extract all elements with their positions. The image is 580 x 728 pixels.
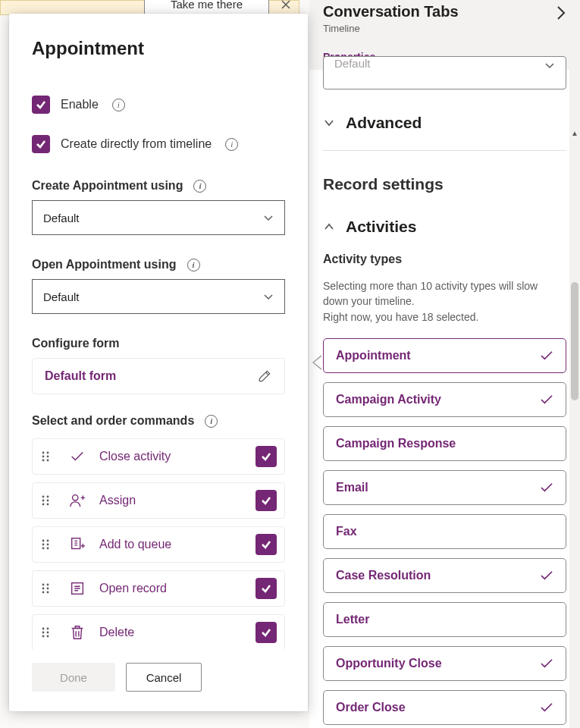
chevron-down-icon xyxy=(263,212,274,223)
svg-point-2 xyxy=(42,456,45,458)
command-checkbox[interactable] xyxy=(256,578,277,599)
scrollbar-thumb[interactable] xyxy=(571,282,578,400)
svg-point-3 xyxy=(47,456,49,458)
command-label: Delete xyxy=(99,626,242,639)
info-icon[interactable]: i xyxy=(225,138,238,151)
command-checkbox[interactable] xyxy=(256,534,277,555)
pencil-icon xyxy=(257,369,272,384)
command-label: Add to queue xyxy=(99,538,242,551)
command-label: Close activity xyxy=(99,450,242,463)
activity-types-note: Selecting more than 10 activity types wi… xyxy=(323,278,558,325)
svg-point-8 xyxy=(42,500,45,502)
create-using-value: Default xyxy=(43,212,80,224)
activity-type-item[interactable]: Case Resolution xyxy=(323,558,566,593)
activity-type-item[interactable]: Appointment xyxy=(323,338,566,373)
activity-type-label: Email xyxy=(336,481,368,494)
svg-point-7 xyxy=(47,496,49,498)
svg-point-5 xyxy=(47,460,49,462)
svg-point-22 xyxy=(42,588,45,590)
scrollbar[interactable]: ▲ xyxy=(569,64,580,728)
svg-point-32 xyxy=(47,635,49,638)
activity-type-label: Appointment xyxy=(336,349,411,362)
selection-pointer xyxy=(312,355,321,370)
chevron-down-icon xyxy=(323,117,335,129)
command-checkbox[interactable] xyxy=(256,446,277,467)
activity-type-list: AppointmentCampaign ActivityCampaign Res… xyxy=(323,338,566,728)
command-item: Open record xyxy=(32,570,285,607)
activity-type-label: Fax xyxy=(336,525,357,538)
create-directly-checkbox[interactable] xyxy=(32,135,50,153)
activities-section-toggle[interactable]: Activities xyxy=(323,218,566,236)
command-checkbox[interactable] xyxy=(256,622,277,643)
drag-handle[interactable] xyxy=(42,494,49,507)
activity-type-label: Case Resolution xyxy=(336,569,431,582)
activity-types-label: Activity types xyxy=(323,253,566,266)
command-item: Close activity xyxy=(32,438,285,475)
svg-point-24 xyxy=(42,592,45,594)
activity-type-label: Letter xyxy=(336,613,369,626)
configure-form-button[interactable]: Default form xyxy=(32,358,285,394)
svg-point-17 xyxy=(42,548,45,550)
command-checkbox[interactable] xyxy=(256,490,277,511)
drag-handle[interactable] xyxy=(42,450,49,463)
assign-icon xyxy=(69,492,86,509)
svg-point-31 xyxy=(42,635,45,638)
drag-handle[interactable] xyxy=(42,582,49,595)
drag-handle[interactable] xyxy=(42,626,49,639)
svg-point-21 xyxy=(47,584,49,586)
pane-title: Conversation Tabs xyxy=(323,0,556,20)
scroll-up-icon[interactable]: ▲ xyxy=(571,129,578,136)
command-item: Add to queue xyxy=(32,526,285,563)
command-label: Open record xyxy=(99,582,242,595)
check-icon xyxy=(540,394,553,405)
activity-type-item[interactable]: Opportunity Close xyxy=(323,646,566,681)
activity-type-item[interactable]: Email xyxy=(323,470,566,505)
check-icon xyxy=(540,482,553,493)
svg-point-27 xyxy=(42,628,45,630)
create-using-select[interactable]: Default xyxy=(32,200,285,235)
check-icon xyxy=(540,570,553,581)
commands-list: Close activityAssignAdd to queueOpen rec… xyxy=(32,438,285,649)
activity-type-item[interactable]: Order Close xyxy=(323,690,566,725)
enable-checkbox[interactable] xyxy=(32,96,50,114)
advanced-label: Advanced xyxy=(346,114,422,132)
record-icon xyxy=(69,580,86,597)
svg-point-14 xyxy=(47,540,49,542)
open-using-select[interactable]: Default xyxy=(32,279,285,314)
close-banner-button[interactable] xyxy=(273,0,299,14)
trash-icon xyxy=(69,624,86,641)
info-icon[interactable]: i xyxy=(205,415,218,428)
check-icon xyxy=(540,702,553,713)
info-icon[interactable]: i xyxy=(193,180,206,193)
svg-point-23 xyxy=(47,588,49,590)
svg-point-0 xyxy=(42,452,45,454)
appointment-panel: Appointment Enable i Create directly fro… xyxy=(9,14,308,711)
activity-type-item[interactable]: Campaign Activity xyxy=(323,382,566,417)
configure-form-value: Default form xyxy=(45,369,116,383)
activity-type-item[interactable]: Campaign Response xyxy=(323,426,566,461)
advanced-section-toggle[interactable]: Advanced xyxy=(323,114,566,132)
cancel-button[interactable]: Cancel xyxy=(126,663,202,692)
svg-point-20 xyxy=(42,584,45,586)
svg-point-12 xyxy=(73,495,78,500)
queue-icon xyxy=(69,536,86,553)
info-icon[interactable]: i xyxy=(112,99,125,111)
command-item: Assign xyxy=(32,482,285,519)
done-button[interactable]: Done xyxy=(32,663,115,692)
drag-handle[interactable] xyxy=(42,538,49,551)
activity-type-label: Campaign Activity xyxy=(336,393,441,406)
take-me-there-button[interactable]: Take me there xyxy=(144,0,269,15)
svg-point-18 xyxy=(47,548,49,550)
default-select-partial[interactable]: Default xyxy=(323,56,566,89)
activity-type-item[interactable]: Letter xyxy=(323,602,566,637)
open-using-value: Default xyxy=(43,290,80,303)
enable-label: Enable xyxy=(61,98,99,111)
create-directly-label: Create directly from timeline xyxy=(61,137,212,151)
chevron-right-icon[interactable] xyxy=(556,5,566,21)
info-icon[interactable]: i xyxy=(187,259,200,271)
svg-point-15 xyxy=(42,544,45,546)
svg-point-9 xyxy=(47,500,49,502)
chevron-down-icon xyxy=(544,60,555,71)
record-settings-title: Record settings xyxy=(323,175,566,193)
activity-type-item[interactable]: Fax xyxy=(323,514,566,549)
